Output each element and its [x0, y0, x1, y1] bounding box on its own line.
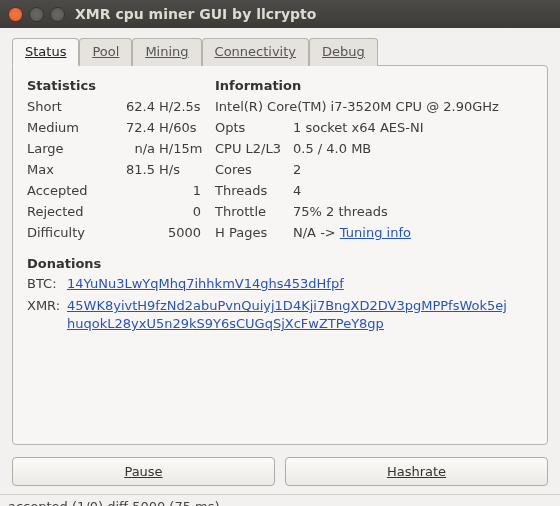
stat-value-short: 62.4	[105, 99, 155, 114]
info-cpu: Intel(R) Core(TM) i7-3520M CPU @ 2.90GHz	[215, 99, 499, 114]
tab-mining[interactable]: Mining	[132, 38, 201, 66]
hashrate-button[interactable]: Hashrate	[285, 457, 548, 486]
info-value-cache: 0.5 / 4.0 MB	[293, 141, 499, 156]
info-label-throttle: Throttle	[215, 204, 293, 219]
tab-connectivity[interactable]: Connectivity	[202, 38, 309, 66]
stat-value-max: 81.5	[105, 162, 155, 177]
stat-label-rejected: Rejected	[27, 204, 105, 219]
stat-label-max: Max	[27, 162, 105, 177]
stat-label-accepted: Accepted	[27, 183, 105, 198]
info-label-cache: CPU L2/L3	[215, 141, 293, 156]
stat-unit-large: H/15m	[155, 141, 205, 156]
window-title: XMR cpu miner GUI by llcrypto	[75, 6, 316, 22]
stat-unit-max: H/s	[155, 162, 205, 177]
information-header: Information	[215, 78, 499, 93]
tab-bar: Status Pool Mining Connectivity Debug	[12, 38, 548, 66]
stat-value-accepted: 1	[105, 183, 205, 198]
donation-address-xmr[interactable]: 45WK8yivtH9fzNd2abuPvnQuiyj1D4Kji7BngXD2…	[67, 297, 507, 333]
stat-label-difficulty: Difficulty	[27, 225, 105, 240]
hpages-prefix: N/A ->	[293, 225, 340, 240]
information-block: Information Intel(R) Core(TM) i7-3520M C…	[215, 78, 499, 240]
tuning-info-link[interactable]: Tuning info	[340, 225, 411, 240]
stat-value-rejected: 0	[105, 204, 205, 219]
minimize-icon[interactable]	[29, 7, 44, 22]
info-value-cores: 2	[293, 162, 499, 177]
pause-button[interactable]: Pause	[12, 457, 275, 486]
info-label-opts: Opts	[215, 120, 293, 135]
tab-debug[interactable]: Debug	[309, 38, 378, 66]
status-bar: accepted (1/0) diff 5000 (75 ms)	[0, 494, 560, 506]
info-value-throttle: 75% 2 threads	[293, 204, 499, 219]
info-label-cores: Cores	[215, 162, 293, 177]
stat-value-medium: 72.4	[105, 120, 155, 135]
info-label-threads: Threads	[215, 183, 293, 198]
window-titlebar: XMR cpu miner GUI by llcrypto	[0, 0, 560, 28]
status-panel: Statistics Short 62.4 H/2.5s Medium 72.4…	[12, 65, 548, 445]
donations-block: Donations BTC: 14YuNu3LwYqMhq7ihhkmV14gh…	[27, 256, 533, 334]
tab-pool[interactable]: Pool	[79, 38, 132, 66]
stat-unit-short: H/2.5s	[155, 99, 205, 114]
stat-label-large: Large	[27, 141, 105, 156]
info-value-threads: 4	[293, 183, 499, 198]
maximize-icon[interactable]	[50, 7, 65, 22]
info-value-opts: 1 socket x64 AES-NI	[293, 120, 499, 135]
statistics-block: Statistics Short 62.4 H/2.5s Medium 72.4…	[27, 78, 205, 240]
stat-value-large: n/a	[105, 141, 155, 156]
tab-status[interactable]: Status	[12, 38, 79, 66]
info-value-hpages: N/A -> Tuning info	[293, 225, 499, 240]
donation-label-xmr: XMR:	[27, 298, 67, 313]
info-label-hpages: H Pages	[215, 225, 293, 240]
stat-value-difficulty: 5000	[105, 225, 205, 240]
stat-unit-medium: H/60s	[155, 120, 205, 135]
donations-header: Donations	[27, 256, 533, 271]
close-icon[interactable]	[8, 7, 23, 22]
donation-address-btc[interactable]: 14YuNu3LwYqMhq7ihhkmV14ghs453dHfpf	[67, 275, 344, 293]
stat-label-short: Short	[27, 99, 105, 114]
stat-label-medium: Medium	[27, 120, 105, 135]
statistics-header: Statistics	[27, 78, 205, 93]
donation-label-btc: BTC:	[27, 276, 67, 291]
